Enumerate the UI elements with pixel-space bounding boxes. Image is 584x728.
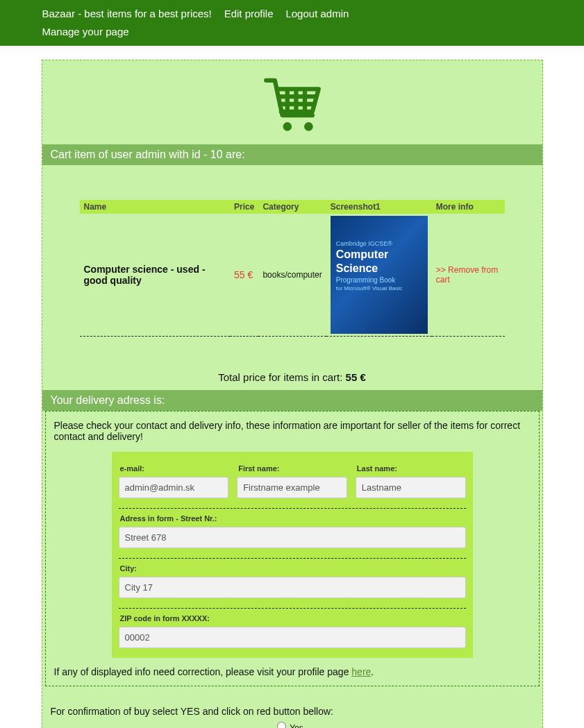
cart-icon-wrap [42,60,542,144]
cart-items-header: Cart item of user admin with id - 10 are… [42,144,542,165]
last-name-field[interactable] [356,477,466,498]
book-cover-title-2: Science [336,262,422,275]
confirm-yes-radio[interactable] [277,722,286,728]
book-cover-image: Cambridge IGCSE® Computer Science Progra… [331,216,428,334]
book-cover-title-1: Computer [336,248,422,261]
col-name: Name [80,200,231,214]
col-price: Price [230,200,258,214]
confirm-block: For confirmation of buy select YES and c… [42,706,542,728]
nav-logout-link[interactable]: Logout admin [285,5,349,23]
email-field[interactable] [119,477,229,498]
confirm-radio-group: Yes No [51,720,534,728]
address-field[interactable] [119,527,466,548]
item-actions: >> Remove from cart [432,214,505,337]
shopping-cart-icon [261,126,324,137]
nav-home-link[interactable]: Bazaar - best items for a best prices! [42,5,212,23]
remove-from-cart-link[interactable]: >> Remove from cart [436,265,498,285]
city-label: City: [120,564,466,573]
nav-manage-page-link[interactable]: Manage your page [42,23,129,41]
table-row: Computer science - used - good quality 5… [80,214,505,337]
first-name-label: First name: [238,464,347,473]
delivery-form: e-mail: First name: Last name: Adress in… [112,452,473,658]
book-cover-line3: Programming Book [336,276,422,284]
cart-total: Total price for items in cart: 55 € [42,371,542,383]
first-name-field[interactable] [237,477,347,498]
email-label: e-mail: [120,464,229,473]
zip-field[interactable] [119,627,466,648]
item-name: Computer science - used - good quality [80,214,231,337]
delivery-address-header: Your delivery adress is: [42,390,542,411]
last-name-label: Last name: [357,464,466,473]
book-cover-subtitle: Cambridge IGCSE® [336,240,422,247]
col-screenshot: Screenshot1 [326,200,432,214]
item-price: 55 € [230,214,258,337]
cart-items-table: Name Price Category Screenshot1 More inf… [80,200,505,337]
confirm-prompt: For confirmation of buy select YES and c… [51,706,534,717]
page-container: Cart item of user admin with id - 10 are… [42,60,543,728]
col-category: Category [258,200,326,214]
top-navbar: Bazaar - best items for a best prices! E… [0,0,584,46]
svg-point-6 [304,122,313,131]
cart-total-value: 55 € [346,371,366,383]
correction-text: If any of displayed info need correction… [54,666,352,677]
item-screenshot: Cambridge IGCSE® Computer Science Progra… [326,214,432,337]
svg-point-5 [283,122,292,131]
address-label: Adress in form - Street Nr.: [120,514,466,523]
item-category: books/computer [258,214,326,337]
book-cover-line4: for Microsoft® Visual Basic [336,285,422,291]
delivery-box: Please check your contact and delivery i… [45,411,540,686]
cart-total-label: Total price for items in cart: [218,371,345,383]
delivery-instructions: Please check your contact and delivery i… [54,420,531,442]
col-more-info: More info [432,200,505,214]
correction-note: If any of displayed info need correction… [54,666,531,677]
table-header-row: Name Price Category Screenshot1 More inf… [80,200,505,214]
profile-here-link[interactable]: here [351,666,371,677]
confirm-yes-label: Yes [290,723,303,728]
nav-edit-profile-link[interactable]: Edit profile [224,5,274,23]
city-field[interactable] [119,577,466,598]
zip-label: ZIP code in form XXXXX: [120,614,466,623]
